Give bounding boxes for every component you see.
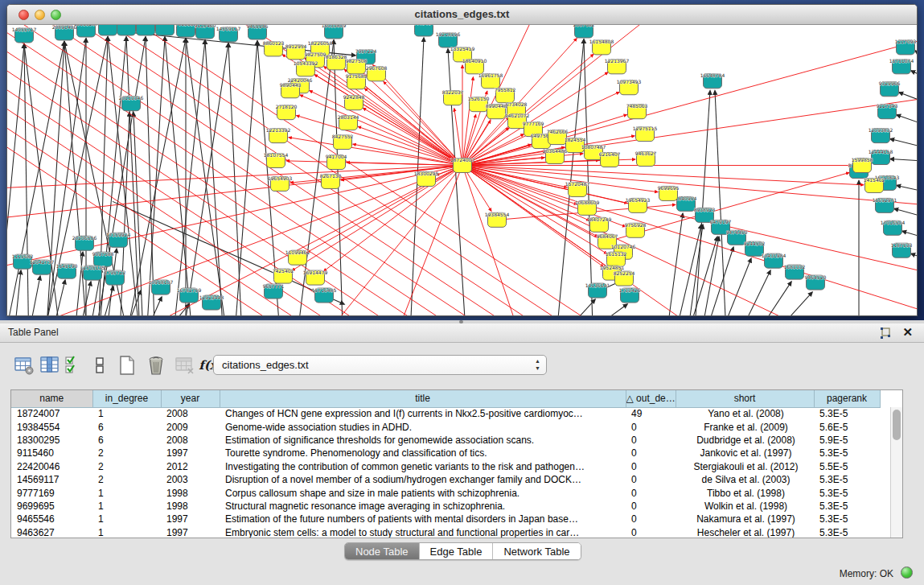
network-node-label: 9827508 [346, 58, 368, 64]
table-cell: 5.3E-5 [814, 407, 880, 420]
table-cell: 0 [626, 420, 676, 433]
new-table-icon[interactable] [116, 354, 138, 377]
vertical-scrollbar[interactable] [890, 407, 902, 538]
network-node-label: 14136141 [585, 282, 610, 288]
network-node-label: 18300295 [414, 171, 439, 176]
table-cell: 0 [626, 473, 676, 486]
column-header-name[interactable]: name [11, 390, 92, 407]
table-cell: Franke et al. (2009) [676, 420, 814, 433]
table-cell: Corpus callosum shape and size in male p… [220, 486, 626, 499]
network-node-label: 8938923 [694, 207, 716, 212]
select-columns-icon[interactable] [39, 354, 61, 377]
network-node-label: 7955812 [495, 87, 516, 93]
table-cell: Investigating the contribution of common… [220, 460, 626, 473]
float-panel-icon[interactable] [879, 327, 892, 340]
memory-status-icon[interactable] [901, 566, 913, 579]
network-node-label: 1824554 [565, 137, 586, 142]
table-row[interactable]: 946362711997Embryonic stem cells: a mode… [11, 526, 880, 538]
network-node-label: 2087682 [573, 25, 595, 27]
table-cell: 2012 [161, 460, 220, 473]
table-row[interactable]: 1872400712008Changes of HCN gene express… [11, 407, 880, 420]
column-header-short[interactable]: short [676, 390, 814, 407]
network-node-label: 1733426 [619, 287, 641, 293]
network-node-label: 15692971 [873, 197, 897, 203]
network-node-label: 6734028 [506, 101, 528, 107]
network-window: citations_edges.txt 14055717208914061065… [6, 4, 918, 316]
network-edge [894, 208, 917, 219]
network-node-label: 13325419 [450, 46, 475, 51]
table-cell: 14569117 [11, 473, 92, 486]
network-edge [7, 44, 24, 315]
network-node[interactable] [99, 25, 117, 35]
network-edge [915, 51, 917, 64]
network-node-label: 9890443 [280, 82, 302, 88]
table-toolbar: f(x) citations_edges.txt ▲▼ [0, 343, 924, 389]
network-node-label: 9827509 [305, 51, 326, 57]
network-canvas[interactable]: 1405571720891406106532871527602646616110… [7, 25, 917, 315]
row-height-icon[interactable] [88, 354, 111, 377]
network-view[interactable]: 1405571720891406106532871527602646616110… [7, 25, 917, 315]
table-row[interactable]: 977716911998Corpus callosum shape and si… [11, 486, 880, 499]
network-edge [579, 299, 595, 315]
network-edge [536, 39, 584, 315]
table-cell: 18724007 [11, 407, 92, 420]
network-edge [338, 166, 462, 315]
table-cell: 1997 [161, 526, 220, 538]
column-header-year[interactable]: year [161, 390, 220, 407]
table-row[interactable]: 969969511998Structural magnetic resonanc… [11, 500, 880, 513]
network-edge [715, 91, 725, 315]
table-row[interactable]: 1938455462009Genome-wide association stu… [11, 420, 880, 433]
network-node-label: 1217093 [895, 39, 917, 44]
column-header-title[interactable]: title [220, 390, 626, 407]
scrollbar-thumb[interactable] [893, 410, 901, 440]
network-node[interactable] [415, 25, 433, 36]
table-cell: Estimation of the future numbers of pati… [220, 513, 626, 525]
network-edge [899, 93, 917, 105]
network-node[interactable] [137, 25, 155, 35]
column-header-pagerank[interactable]: pagerank [814, 390, 880, 407]
network-edge [462, 77, 473, 166]
select-rows-icon[interactable] [63, 354, 85, 377]
network-node-label: 14671358 [153, 25, 178, 26]
table-row[interactable]: 946554611997Estimation of the future num… [11, 513, 880, 525]
network-node-label: 10120746 [611, 244, 636, 249]
table-select-dropdown[interactable]: citations_edges.txt ▲▼ [213, 355, 547, 375]
tab-network-table[interactable]: Network Table [493, 543, 580, 559]
network-node-label: 9463627 [635, 150, 657, 156]
table-cell: 1 [92, 526, 161, 538]
tab-node-table[interactable]: Node Table [345, 543, 420, 559]
table-cell: 1998 [161, 486, 220, 499]
table-cell: Genome-wide association studies in ADHD. [220, 420, 626, 433]
table-row[interactable]: 1456911722003Disruption of a novel membe… [11, 473, 880, 486]
network-edge [748, 270, 770, 315]
table-cell: 5.3E-5 [814, 526, 880, 538]
network-edge [897, 185, 917, 193]
table-cell: 1997 [161, 513, 220, 525]
table-cell: 9699695 [11, 500, 92, 513]
table-row[interactable]: 911546021997Tourette syndrome. Phenomeno… [11, 447, 880, 459]
table-row[interactable]: 1830029562008Estimation of significance … [11, 434, 880, 447]
column-header-out_de[interactable]: △ out_de… [626, 390, 676, 407]
column-header-in_degree[interactable]: in_degree [92, 390, 161, 407]
table-cell: 1998 [161, 500, 220, 513]
table-cell: 5.3E-5 [814, 513, 880, 525]
network-node-label: 10543392 [294, 60, 318, 66]
network-node-label: 1187533 [891, 242, 913, 248]
network-node[interactable] [156, 25, 175, 35]
table-cell: 5.5E-5 [814, 460, 880, 473]
network-node-label: 16033809 [322, 25, 347, 28]
tab-edge-table[interactable]: Edge Table [420, 543, 494, 559]
table-cell: 1 [92, 407, 161, 420]
network-node-label: 16782759 [177, 287, 202, 293]
delete-table-icon[interactable] [145, 354, 167, 377]
network-edge [584, 39, 600, 315]
table-cell: Dudbridge et al. (2008) [676, 434, 814, 447]
table-cell: 9777169 [11, 486, 92, 499]
table-row[interactable]: 2242004622012Investigating the contribut… [11, 460, 880, 473]
network-edge [911, 71, 917, 81]
network-node-label: 18724007 [450, 157, 475, 163]
close-panel-icon[interactable]: ✕ [902, 325, 913, 340]
network-node[interactable] [117, 25, 136, 35]
table-settings-icon[interactable] [13, 354, 35, 377]
network-node-label: 9227343 [877, 103, 898, 109]
